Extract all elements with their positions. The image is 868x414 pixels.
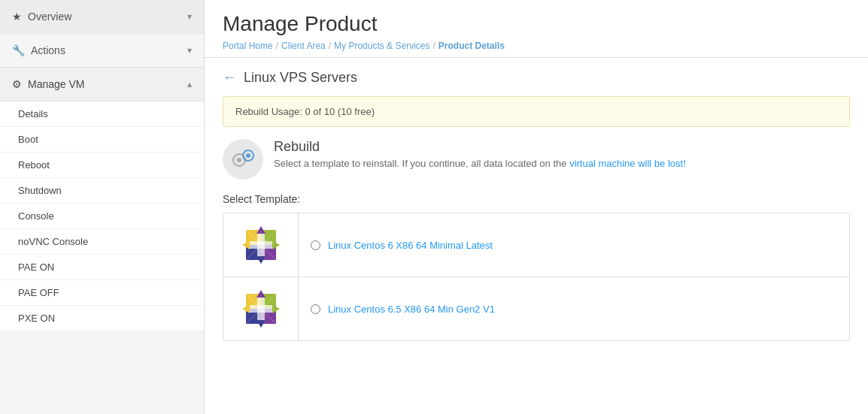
gear-icon: ⚙ [12, 78, 22, 90]
page-title: Manage Product [223, 12, 850, 36]
rebuild-title: Rebuild [274, 139, 686, 155]
sidebar-item-overview[interactable]: ★ Overview ▾ [0, 0, 204, 34]
rebuild-usage-text: Rebuild Usage: 0 of 10 (10 free) [235, 106, 375, 117]
breadcrumb-client-area[interactable]: Client Area [281, 41, 326, 51]
back-button[interactable]: ← [223, 70, 236, 86]
svg-rect-27 [250, 305, 272, 313]
template-row: Linux Centos 6 X86 64 Minimal Latest [223, 213, 849, 277]
template-radio-2[interactable] [311, 304, 320, 314]
centos-logo-2 [238, 286, 284, 331]
rebuild-desc-text: Select a template to reinstall. If you c… [274, 158, 686, 169]
sidebar-item-manage-vm[interactable]: ⚙ Manage VM ▴ [0, 68, 204, 101]
rebuild-usage-info: Rebuild Usage: 0 of 10 (10 free) [223, 96, 850, 127]
sidebar-overview-label: Overview [28, 11, 71, 23]
template-list: Linux Centos 6 X86 64 Minimal Latest [223, 213, 850, 341]
template-name-cell-1: Linux Centos 6 X86 64 Minimal Latest [299, 213, 849, 277]
sidebar-item-pae-on[interactable]: PAE ON [0, 255, 204, 280]
breadcrumb: Portal Home / Client Area / My Products … [223, 41, 850, 51]
breadcrumb-sep-3: / [432, 41, 435, 51]
select-template-label: Select Template: [223, 193, 850, 205]
breadcrumb-sep-1: / [276, 41, 278, 51]
breadcrumb-portal-home[interactable]: Portal Home [223, 41, 273, 51]
star-icon: ★ [12, 11, 22, 23]
main-content: Manage Product Portal Home / Client Area… [205, 0, 868, 414]
sidebar-item-details[interactable]: Details [0, 101, 204, 127]
template-label-1[interactable]: Linux Centos 6 X86 64 Minimal Latest [328, 240, 493, 251]
chevron-down-icon: ▾ [187, 11, 192, 22]
svg-point-3 [246, 153, 250, 158]
wrench-icon: 🔧 [12, 44, 25, 56]
template-icon-cell-1 [223, 213, 299, 277]
main-body: ← Linux VPS Servers Rebuild Usage: 0 of … [205, 58, 868, 414]
template-row-2: Linux Centos 6.5 X86 64 Min Gen2 V1 [223, 277, 849, 340]
breadcrumb-product-details: Product Details [439, 41, 505, 51]
sidebar: ★ Overview ▾ 🔧 Actions ▾ ⚙ Manage VM ▴ D… [0, 0, 205, 414]
rebuild-icon [223, 139, 263, 180]
sidebar-item-pxe-on[interactable]: PXE ON [0, 306, 204, 331]
template-icon-cell-2 [223, 277, 299, 340]
sidebar-item-reboot[interactable]: Reboot [0, 153, 204, 178]
sidebar-item-actions[interactable]: 🔧 Actions ▾ [0, 34, 204, 68]
chevron-up-icon-manage-vm: ▴ [187, 79, 192, 89]
chevron-down-icon-actions: ▾ [187, 45, 192, 56]
sidebar-item-console[interactable]: Console [0, 204, 204, 229]
rebuild-icon-svg [229, 145, 257, 174]
breadcrumb-sep-2: / [329, 41, 331, 51]
manage-vm-subitems: Details Boot Reboot Shutdown Console noV… [0, 101, 204, 331]
template-radio-1[interactable] [311, 240, 320, 250]
centos-logo-1 [238, 222, 284, 267]
rebuild-section: Rebuild Select a template to reinstall. … [223, 139, 850, 180]
sidebar-actions-label: Actions [31, 44, 65, 56]
svg-point-1 [237, 158, 241, 162]
rebuild-description: Rebuild Select a template to reinstall. … [274, 139, 686, 169]
template-label-2[interactable]: Linux Centos 6.5 X86 64 Min Gen2 V1 [328, 304, 495, 315]
sidebar-item-pae-off[interactable]: PAE OFF [0, 280, 204, 306]
template-name-cell-2: Linux Centos 6.5 X86 64 Min Gen2 V1 [299, 277, 849, 340]
section-nav: ← Linux VPS Servers [223, 70, 850, 86]
sidebar-manage-vm-label: Manage VM [28, 78, 84, 90]
svg-rect-13 [250, 241, 272, 249]
sidebar-item-boot[interactable]: Boot [0, 127, 204, 153]
section-title: Linux VPS Servers [244, 70, 357, 86]
sidebar-item-novnc[interactable]: noVNC Console [0, 229, 204, 255]
page-header: Manage Product Portal Home / Client Area… [205, 0, 868, 58]
sidebar-item-shutdown[interactable]: Shutdown [0, 178, 204, 204]
rebuild-warning-link: virtual machine will be lost! [569, 158, 686, 169]
breadcrumb-my-products[interactable]: My Products & Services [334, 41, 429, 51]
